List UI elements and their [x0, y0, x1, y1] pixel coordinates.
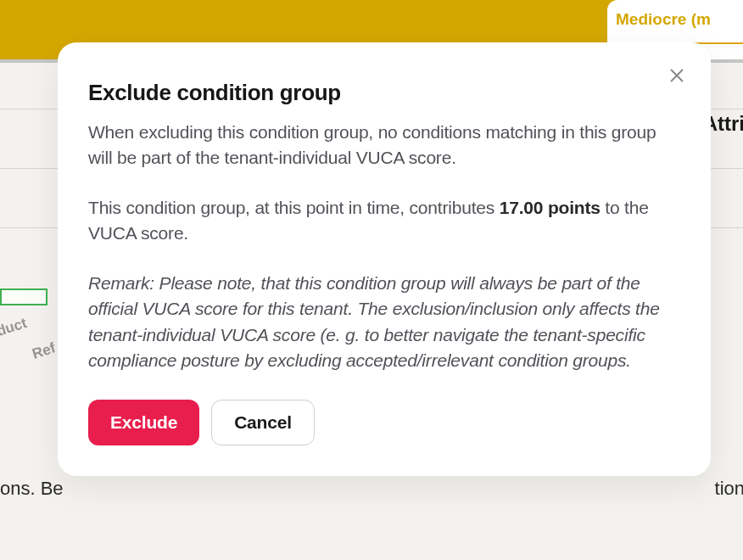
- cancel-button[interactable]: Cancel: [211, 400, 315, 445]
- dialog-paragraph: When excluding this condition group, no …: [88, 120, 680, 171]
- dialog-paragraph: This condition group, at this point in t…: [88, 195, 680, 247]
- dialog-actions: Exclude Cancel: [88, 400, 680, 445]
- dialog-title: Exclude condition group: [88, 80, 680, 106]
- exclude-condition-group-dialog: Exclude condition group When excluding t…: [58, 42, 711, 476]
- close-button[interactable]: [663, 63, 690, 90]
- dialog-body: When excluding this condition group, no …: [88, 120, 680, 374]
- close-icon: [668, 66, 686, 87]
- exclude-button[interactable]: Exclude: [88, 400, 199, 445]
- points-value: 17.00 points: [500, 198, 601, 217]
- dialog-remark: Remark: Please note, that this condition…: [88, 271, 680, 374]
- text: This condition group, at this point in t…: [88, 198, 500, 217]
